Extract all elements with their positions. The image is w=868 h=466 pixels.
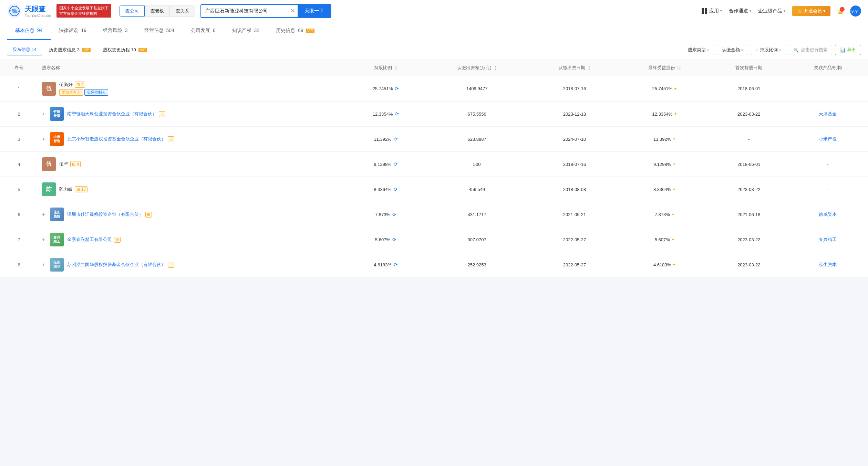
relation-icon[interactable]: ⊞ 4 [75,82,85,88]
shareholder-info: 深圳市佳汇晟帆投资企业（有限合伙） ⊞ [67,211,152,218]
shareholder-link[interactable]: 深圳市佳汇晟帆投资企业（有限合伙） [67,211,143,218]
search-clear-icon[interactable]: ✕ [288,8,298,14]
timeline-icon[interactable]: ⟳ [394,187,398,192]
table-row: 1 伍 伍尚好 ⊞ 4 受益所有人实际控制人 25.7451% ⟳ 1409.9… [0,76,868,102]
relation-icon[interactable]: ⊞ 4 [70,161,81,167]
apps-nav[interactable]: 应用 ▾ [702,8,722,14]
tab-risk[interactable]: 经营风险 3 [95,22,136,40]
col-paid-date: 认缴出资日期 ▲▼ [530,60,619,76]
relation-icon[interactable]: ⊞ [145,212,152,218]
search-tab-relation[interactable]: 查关系 [170,6,195,17]
relation-icon[interactable]: ⊞ [168,262,174,268]
final-stake-value: 7.873% [655,212,670,217]
final-stake-cell: 4.6183% ✦ [619,252,710,277]
related-link[interactable]: 小米产投 [819,136,837,141]
expand-button[interactable]: + [42,212,45,217]
table-row: 3 + 小米智造 北京小米智造股权投资基金合伙企业（有限合伙） ⊞ 11.392… [0,127,868,152]
table-row: 8 + 泓生国华 苏州泓生国华股权投资基金合伙企业（有限合伙） ⊞ 4.6183… [0,252,868,277]
shareholder-cell: 陈 陈力皎 ⊞ 18 [42,182,343,196]
related-link[interactable]: 泓生资本 [819,262,837,267]
timeline-icon[interactable]: ⟳ [392,212,396,217]
avatar: 春兴精工 [50,233,64,246]
timeline-icon[interactable]: ⟳ [394,262,398,267]
subtab-shareholder[interactable]: 股东信息 14 [7,44,42,55]
relation-icon[interactable]: ⊞ [114,237,121,243]
paid-amount-filter[interactable]: 认缴金额 ▾ [717,45,748,55]
info-icon[interactable]: ⓘ [677,65,681,70]
final-stake-value: 8.3364% [653,187,671,192]
logo-main-text: 天眼查 [25,4,51,14]
expand-button[interactable]: + [42,262,45,267]
paid-amount-cell: 307.0707 [424,227,530,252]
shareholder-type-filter[interactable]: 股东类型 ▾ [683,45,714,55]
tab-development[interactable]: 公司发展 6 [183,22,224,40]
gear-icon[interactable]: ✦ [672,137,676,141]
timeline-icon[interactable]: ⟳ [394,136,398,142]
gear-icon[interactable]: ✦ [674,112,677,116]
subtab-equity-change[interactable]: 股权变更历程 10 VIP [97,45,153,55]
shareholder-info: 南宁链融天厚创业投资合伙企业（有限合伙） ⊞ [67,111,165,117]
final-stake-value: 12.3354% [652,112,672,117]
shareholder-link[interactable]: 金寨春兴精工有限公司 [67,236,112,243]
related-link[interactable]: 德威资本 [819,212,837,217]
export-button[interactable]: 📊 导出 [835,45,861,55]
paid-date-cell: 2022-05-27 [530,252,619,277]
tab-basic-info[interactable]: 基本信息 94 [7,22,51,40]
search-tab-company[interactable]: 查公司 [120,6,145,17]
tab-ip[interactable]: 知识产权 32 [224,22,268,40]
relation-icon[interactable]: ⊞ [168,136,174,142]
expand-button[interactable]: + [42,111,45,117]
vip-button[interactable]: 👑 开通会员 ▾ [792,6,830,16]
expand-button[interactable]: + [42,237,45,242]
avatar: 伍 [42,157,56,171]
enterprise-nav[interactable]: 企业级产品 ▾ [758,8,785,14]
seq-cell: 1 [0,76,38,102]
related-link[interactable]: 天厚基金 [819,111,837,116]
search-input[interactable] [201,6,288,17]
chevron-down-icon: ▾ [779,48,781,52]
relation-icon[interactable]: ⊞ 18 [75,186,87,192]
partner-nav[interactable]: 合作通道 ▾ [729,8,751,14]
gear-icon[interactable]: ✦ [671,237,675,242]
export-icon: 📊 [840,47,846,53]
search-tabs: 查公司 查老板 查关系 [120,6,195,17]
tab-legal[interactable]: 法律诉讼 19 [51,22,94,40]
timeline-icon[interactable]: ⟳ [394,161,398,167]
shareholder-name: 伍尚好 [59,82,73,88]
subtab-history-shareholder[interactable]: 历史股东信息 3 VIP [43,45,96,55]
logo-pinyin: TianYanCha.com [25,14,51,18]
gear-icon[interactable]: ✦ [672,187,676,192]
stake-cell: 8.3364% ⟳ [348,177,424,202]
name-cell: + 泓生国华 苏州泓生国华股权投资基金合伙企业（有限合伙） ⊞ [38,252,348,277]
stake-ratio-filter[interactable]: ○ 持股比例 ▾ [751,45,786,55]
header: 天眼查 TianYanCha.com 国家中小企业发展子基金旗下 官方备案企业征… [0,0,868,22]
avatar: 佳汇晟帆 [50,208,64,221]
shareholder-link[interactable]: 南宁链融天厚创业投资合伙企业（有限合伙） [67,111,157,117]
shareholder-link[interactable]: 北京小米智造股权投资基金合伙企业（有限合伙） [67,136,166,142]
tab-history[interactable]: 历史信息 69 VIP [268,22,322,40]
notification-badge [840,7,845,12]
timeline-icon[interactable]: ⟳ [395,86,399,92]
sort-icon: ▲▼ [588,65,591,71]
expand-button[interactable]: + [42,136,45,142]
related-cell: - [788,76,868,102]
timeline-icon[interactable]: ⟳ [395,111,399,117]
notification-bell[interactable]: 🔔 [837,8,843,14]
user-avatar[interactable]: tycy... [850,6,861,17]
relation-icon[interactable]: ⊞ [159,111,165,117]
gear-icon[interactable]: ✦ [674,86,677,91]
search-tab-boss[interactable]: 查老板 [145,6,170,17]
search-filter[interactable]: 🔍 点击进行搜索 [789,45,832,55]
gear-icon[interactable]: ✦ [672,162,676,167]
stake-cell: 7.873% ⟳ [348,202,424,227]
gear-icon[interactable]: ✦ [672,262,676,267]
related-link[interactable]: 春兴精工 [819,237,837,242]
sub-tabs: 股东信息 14 历史股东信息 3 VIP 股权变更历程 10 VIP 股东类型 … [0,40,868,60]
shareholder-link[interactable]: 苏州泓生国华股权投资基金合伙企业（有限合伙） [67,262,166,268]
timeline-icon[interactable]: ⟳ [392,237,396,242]
search-button[interactable]: 天眼一下 [298,5,331,17]
paid-date-cell: 2018-08-08 [530,177,619,202]
chevron-icon: ▾ [784,9,785,13]
gear-icon[interactable]: ✦ [671,212,675,217]
tab-operation[interactable]: 经营信息 504 [136,22,183,40]
